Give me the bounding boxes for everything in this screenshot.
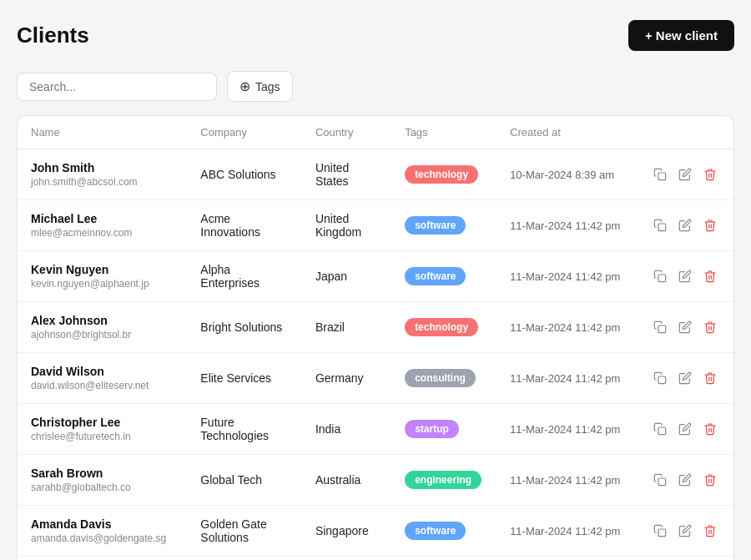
tag-badge: technology: [405, 318, 478, 336]
table-row: Amanda Davis amanda.davis@goldengate.sg …: [18, 506, 733, 557]
cell-name: Sarah Brown sarahb@globaltech.co: [18, 455, 187, 506]
delete-button[interactable]: [700, 266, 720, 286]
cell-tags: software: [391, 506, 496, 557]
col-header-actions: [637, 116, 733, 149]
tags-button[interactable]: ⊕ Tags: [227, 71, 293, 102]
copy-button[interactable]: [650, 419, 670, 439]
delete-button[interactable]: [700, 164, 720, 184]
clients-table: Name Company Country Tags Created at Joh…: [18, 116, 733, 560]
cell-actions: [637, 200, 733, 251]
client-name: Alex Johnson: [31, 314, 174, 327]
delete-button[interactable]: [700, 470, 720, 490]
action-buttons: [650, 317, 720, 337]
copy-button[interactable]: [650, 521, 670, 541]
copy-icon: [653, 219, 667, 232]
copy-button[interactable]: [650, 215, 670, 235]
page: Clients + New client ⊕ Tags Name Company…: [0, 0, 751, 560]
edit-button[interactable]: [675, 215, 695, 235]
cell-country: Spain: [302, 557, 391, 561]
company-name: ABC Solutions: [200, 168, 275, 181]
cell-tags: startup: [391, 404, 496, 455]
cell-company: Bright Solutions: [187, 302, 302, 353]
delete-button[interactable]: [700, 521, 720, 541]
tag-badge: engineering: [405, 471, 481, 489]
col-header-name: Name: [18, 116, 187, 149]
cell-name: Amanda Davis amanda.davis@goldengate.sg: [18, 506, 187, 557]
cell-company: Acme Innovations: [187, 200, 302, 251]
cell-actions: [637, 455, 733, 506]
action-buttons: [650, 164, 720, 184]
company-name: Acme Innovations: [200, 212, 260, 239]
delete-button[interactable]: [700, 368, 720, 388]
client-email: david.wilson@eliteserv.net: [31, 380, 174, 391]
cell-company: Elite Services: [187, 353, 302, 404]
table-row: Kevin Nguyen kevin.nguyen@alphaent.jp Al…: [18, 251, 733, 302]
copy-button[interactable]: [650, 266, 670, 286]
copy-button[interactable]: [650, 470, 670, 490]
tag-badge: technology: [405, 165, 478, 184]
company-name: Elite Services: [200, 371, 271, 385]
client-email: amanda.davis@goldengate.sg: [31, 532, 174, 544]
cell-country: Brazil: [302, 302, 391, 353]
copy-button[interactable]: [650, 368, 670, 388]
delete-button[interactable]: [700, 215, 720, 235]
trash-icon: [703, 422, 717, 436]
client-email: chrislee@futuretech.in: [31, 431, 174, 442]
copy-icon: [653, 473, 667, 487]
company-name: Global Tech: [200, 473, 262, 487]
svg-rect-4: [658, 376, 666, 384]
edit-button[interactable]: [675, 266, 695, 286]
client-name: Michael Lee: [31, 212, 174, 225]
created-at: 11-Mar-2024 11:42 pm: [510, 321, 620, 334]
edit-button[interactable]: [675, 368, 695, 388]
cell-country: Singapore: [302, 506, 391, 557]
cell-actions: [637, 506, 733, 557]
table-row: David Wilson david.wilson@eliteserv.net …: [18, 353, 733, 404]
edit-icon: [678, 320, 692, 334]
new-client-button[interactable]: + New client: [628, 20, 734, 51]
created-at: 10-Mar-2024 8:39 am: [510, 169, 614, 181]
company-name: Future Technologies: [200, 416, 269, 442]
table-row: Christopher Lee chrislee@futuretech.in F…: [18, 404, 733, 455]
edit-button[interactable]: [675, 419, 695, 439]
copy-icon: [653, 524, 667, 537]
country-name: Germany: [315, 371, 364, 385]
edit-icon: [678, 219, 692, 232]
edit-icon: [678, 270, 692, 283]
copy-icon: [653, 422, 667, 436]
client-email: mlee@acmeinnov.com: [31, 227, 174, 239]
cell-name: Kevin Nguyen kevin.nguyen@alphaent.jp: [18, 251, 187, 302]
delete-button[interactable]: [700, 317, 720, 337]
copy-button[interactable]: [650, 317, 670, 337]
cell-company: Alpha Enterprises: [187, 251, 302, 302]
country-name: India: [315, 422, 340, 436]
created-at: 11-Mar-2024 11:42 pm: [510, 270, 620, 283]
edit-button[interactable]: [675, 164, 695, 184]
cell-tags: software: [391, 557, 496, 561]
search-input[interactable]: [17, 73, 217, 101]
edit-button[interactable]: [675, 470, 695, 490]
col-header-country: Country: [302, 116, 391, 149]
tag-badge: software: [405, 216, 466, 235]
cell-name: Alex Johnson ajohnson@brightsol.br: [18, 302, 187, 353]
cell-country: Australia: [302, 455, 391, 506]
cell-created: 11-Mar-2024 11:42 pm: [496, 455, 637, 506]
copy-icon: [653, 270, 667, 283]
tags-label: Tags: [255, 80, 280, 93]
cell-created: 11-Mar-2024 11:42 pm: [496, 302, 637, 353]
tag-badge: software: [405, 522, 466, 540]
edit-button[interactable]: [675, 317, 695, 337]
client-name: David Wilson: [31, 365, 174, 378]
country-name: Japan: [315, 270, 347, 283]
copy-icon: [653, 320, 667, 334]
copy-button[interactable]: [650, 164, 670, 184]
edit-button[interactable]: [675, 521, 695, 541]
cell-actions: [637, 557, 733, 561]
edit-icon: [678, 371, 692, 385]
action-buttons: [650, 419, 720, 439]
delete-button[interactable]: [700, 419, 720, 439]
client-name: Kevin Nguyen: [31, 263, 174, 276]
cell-company: Golden Gate Solutions: [187, 506, 302, 557]
client-name: Sarah Brown: [31, 467, 174, 480]
cell-country: United Kingdom: [302, 200, 391, 251]
